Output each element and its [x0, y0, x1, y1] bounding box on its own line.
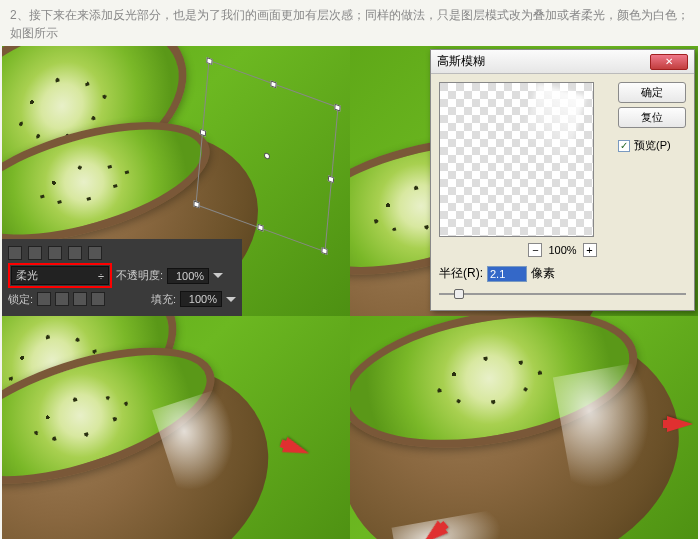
- close-button[interactable]: ✕: [650, 54, 688, 70]
- preview-checkbox-row[interactable]: ✓ 预览(P): [618, 138, 686, 153]
- panel-top-left: 柔光 ÷ 不透明度: 100% 锁定: 填充: 100%: [2, 46, 350, 316]
- slider-thumb[interactable]: [454, 289, 464, 299]
- panel-bottom-right: [350, 316, 698, 539]
- lock-label: 锁定:: [8, 292, 33, 307]
- zoom-value: 100%: [548, 244, 576, 256]
- instruction-text: 2、接下来在来添加反光部分，也是为了我们的画面更加有层次感；同样的做法，只是图层…: [0, 0, 700, 46]
- opacity-input[interactable]: 100%: [167, 268, 209, 284]
- highlight-shine: [392, 507, 521, 539]
- kiwi-seeds: [7, 138, 162, 227]
- chevron-down-icon[interactable]: [226, 297, 236, 302]
- lock-transparency-icon[interactable]: [37, 292, 51, 306]
- layer-thumb-icon[interactable]: [28, 246, 42, 260]
- blend-mode-select[interactable]: 柔光 ÷: [11, 266, 109, 285]
- lock-brush-icon[interactable]: [55, 292, 69, 306]
- radius-slider[interactable]: [439, 286, 686, 302]
- panel-bottom-left: [2, 316, 350, 539]
- layer-misc-icon[interactable]: [48, 246, 62, 260]
- kiwi-seeds: [2, 364, 164, 467]
- step-number: 2、: [10, 8, 29, 22]
- blend-mode-highlight: 柔光 ÷: [8, 263, 112, 288]
- radius-unit: 像素: [531, 265, 555, 282]
- layer-misc-icon[interactable]: [88, 246, 102, 260]
- highlight-shine: [553, 360, 674, 505]
- image-grid: 柔光 ÷ 不透明度: 100% 锁定: 填充: 100%: [2, 46, 698, 539]
- layers-panel: 柔光 ÷ 不透明度: 100% 锁定: 填充: 100%: [2, 239, 242, 316]
- ok-button[interactable]: 确定: [618, 82, 686, 103]
- red-arrow-annotation: [667, 416, 693, 432]
- dialog-title: 高斯模糊: [437, 53, 485, 70]
- radius-input[interactable]: [487, 266, 527, 282]
- opacity-label: 不透明度:: [116, 268, 163, 283]
- layer-visibility-icon[interactable]: [8, 246, 22, 260]
- preview-area[interactable]: [439, 82, 594, 237]
- fill-label: 填充:: [151, 292, 176, 307]
- fill-value: 100%: [189, 293, 217, 305]
- blend-mode-value: 柔光: [16, 268, 38, 283]
- lock-move-icon[interactable]: [73, 292, 87, 306]
- preview-checkbox-label: 预览(P): [634, 138, 671, 153]
- fill-input[interactable]: 100%: [180, 291, 222, 307]
- preview-checkbox[interactable]: ✓: [618, 140, 630, 152]
- zoom-in-button[interactable]: +: [583, 243, 597, 257]
- chevron-down-icon[interactable]: [213, 273, 223, 278]
- kiwi-seeds: [399, 330, 579, 427]
- zoom-out-button[interactable]: −: [528, 243, 542, 257]
- layer-misc-icon[interactable]: [68, 246, 82, 260]
- panel-top-right: 高斯模糊 ✕ − 100% + 半径(R): 像素: [350, 46, 698, 316]
- opacity-value: 100%: [176, 270, 204, 282]
- preview-light-streak: [514, 83, 586, 183]
- red-arrow-annotation: [282, 437, 312, 461]
- ok-label: 确定: [641, 86, 663, 98]
- dialog-titlebar[interactable]: 高斯模糊 ✕: [431, 50, 694, 74]
- step-body: 接下来在来添加反光部分，也是为了我们的画面更加有层次感；同样的做法，只是图层模式…: [10, 8, 689, 40]
- gaussian-blur-dialog: 高斯模糊 ✕ − 100% + 半径(R): 像素: [430, 49, 695, 311]
- cancel-button[interactable]: 复位: [618, 107, 686, 128]
- lock-all-icon[interactable]: [91, 292, 105, 306]
- radius-label: 半径(R):: [439, 265, 483, 282]
- layer-icons-row: [8, 246, 236, 260]
- cancel-label: 复位: [641, 111, 663, 123]
- kiwi-half: [350, 316, 698, 539]
